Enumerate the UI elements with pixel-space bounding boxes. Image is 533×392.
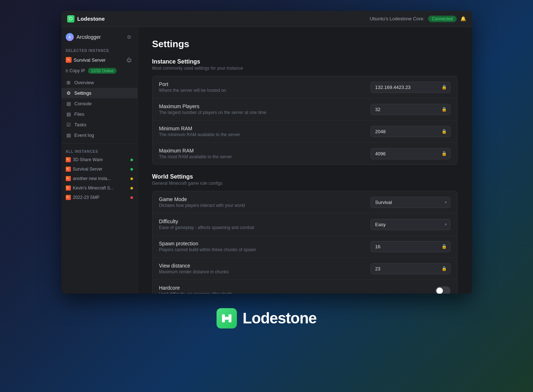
sidebar-item-tasks[interactable]: ☑ Tasks <box>61 119 137 130</box>
max-players-input[interactable] <box>371 104 451 115</box>
setting-row-hardcore: Hardcore Hard difficulty, no respawn aft… <box>153 280 457 294</box>
connected-badge: Connected <box>428 16 456 22</box>
minram-input-wrap: 🔒 <box>371 126 451 137</box>
spawn-protection-input-wrap: 🔒 <box>371 241 451 252</box>
setting-desc: Ease of gameplay - affects spawning and … <box>159 225 371 230</box>
list-item[interactable]: ⛏ Survival Server <box>61 164 137 174</box>
setting-desc: The minimum RAM available to the server <box>159 132 371 137</box>
console-icon: ▤ <box>66 101 72 106</box>
svg-rect-1 <box>229 314 231 322</box>
list-item[interactable]: ⛏ 2022-23 SMP <box>61 193 137 202</box>
spawn-protection-input[interactable] <box>371 241 451 252</box>
setting-row-port: Port Where the server will be hosted on … <box>153 76 457 98</box>
min-ram-input[interactable] <box>371 126 451 137</box>
instance-list-name: Kevin's Minecraft S... <box>73 185 114 191</box>
sidebar-item-files[interactable]: ▤ Files <box>61 109 137 119</box>
instance-list-name: 2022-23 SMP <box>73 195 100 200</box>
max-ram-input[interactable] <box>371 148 451 159</box>
instance-settings-title: Instance Settings <box>152 58 457 65</box>
difficulty-select[interactable]: Peaceful Easy Normal Hard <box>371 219 451 230</box>
setting-desc: Dictates how players interact with your … <box>159 203 371 208</box>
difficulty-select-wrap: Peaceful Easy Normal Hard ▾ <box>371 219 451 230</box>
world-settings-desc: General Minecraft game rule configs <box>152 181 457 186</box>
setting-row-gamemode: Game Mode Dictates how players interact … <box>153 191 457 213</box>
inst-icon: ⛏ <box>66 185 71 191</box>
view-distance-input-wrap: 🔒 <box>371 263 451 274</box>
gamemode-select[interactable]: Survival Creative Adventure Spectator <box>371 197 451 208</box>
list-item[interactable]: ⛏ 3D Share Ware <box>61 155 137 164</box>
setting-left: Port Where the server will be hosted on <box>159 81 371 93</box>
setting-left: Hardcore Hard difficulty, no respawn aft… <box>159 285 435 294</box>
instance-list-name: another new insta... <box>73 176 111 181</box>
port-input[interactable] <box>371 82 451 93</box>
sidebar-divider <box>61 143 137 144</box>
world-settings-title: World Settings <box>152 173 457 180</box>
instance-list-name: 3D Share Ware <box>73 157 103 162</box>
list-item[interactable]: ⛏ another new insta... <box>61 174 137 183</box>
status-dot-yellow <box>130 177 133 180</box>
view-distance-input[interactable] <box>371 263 451 274</box>
instance-left: ⛏ Survival Server <box>66 167 102 172</box>
setting-name: Minimum RAM <box>159 126 371 131</box>
setting-name: Maximum Players <box>159 103 371 109</box>
files-icon: ▤ <box>66 111 72 117</box>
svg-rect-0 <box>222 314 225 322</box>
tasks-icon: ☑ <box>66 122 72 127</box>
setting-left: Difficulty Ease of gameplay - affects sp… <box>159 219 371 230</box>
avatar: A <box>66 33 74 41</box>
online-badge: 12/32 Online <box>88 68 116 74</box>
header-right: Ubuntu's Lodestone Core: Connected 🔔 <box>370 16 466 22</box>
header: ⬡ Lodestone Ubuntu's Lodestone Core: Con… <box>61 11 472 27</box>
copy-ip-button[interactable]: ⎘ Copy IP <box>66 68 85 73</box>
nav-label-settings: Settings <box>74 90 92 96</box>
setting-name: Difficulty <box>159 219 371 224</box>
setting-desc: Where the server will be hosted on <box>159 88 371 93</box>
toggle-slider <box>435 286 451 294</box>
status-dot-green <box>130 168 133 171</box>
instance-settings-card: Port Where the server will be hosted on … <box>152 76 457 165</box>
core-label: Ubuntu's Lodestone Core: <box>370 16 425 21</box>
sidebar: A Arcslogger ⚙ SELECTED INSTANCE ⛏ Survi… <box>61 27 138 294</box>
setting-name: Spawn protection <box>159 241 371 246</box>
sidebar-user-row: A Arcslogger ⚙ <box>61 31 137 46</box>
app-title: Lodestone <box>77 16 105 22</box>
setting-name: Game Mode <box>159 196 371 202</box>
user-settings-button[interactable]: ⚙ <box>125 33 133 41</box>
instance-list-name: Survival Server <box>73 167 102 172</box>
sidebar-item-eventlog[interactable]: ▤ Event log <box>61 130 137 140</box>
setting-row-max-players: Maximum Players The largest number of pl… <box>153 98 457 121</box>
footer-logo-icon <box>217 308 237 328</box>
inst-icon: ⛏ <box>66 195 71 200</box>
setting-left: Minimum RAM The minimum RAM available to… <box>159 126 371 137</box>
setting-desc: Maximum render distance in chunks <box>159 269 371 274</box>
port-input-wrap: 🔒 <box>371 82 451 93</box>
instance-settings-desc: Most commonly used settings for your ins… <box>152 66 457 71</box>
setting-name: Port <box>159 81 371 87</box>
setting-row-min-ram: Minimum RAM The minimum RAM available to… <box>153 121 457 143</box>
maxplayers-input-wrap: 🔒 <box>371 104 451 115</box>
sidebar-item-overview[interactable]: ⊞ Overview <box>61 77 137 88</box>
user-info: A Arcslogger <box>66 33 101 41</box>
copy-ip-row: ⎘ Copy IP 12/32 Online <box>61 66 137 77</box>
setting-left: View distance Maximum render distance in… <box>159 263 371 274</box>
nav-label-eventlog: Event log <box>74 132 94 138</box>
notification-icon[interactable]: 🔔 <box>460 16 466 21</box>
instance-icon: ⛏ <box>66 57 72 63</box>
hardcore-toggle[interactable] <box>435 286 451 294</box>
power-button[interactable]: ⏻ <box>125 56 133 64</box>
selected-instance-label: SELECTED INSTANCE <box>61 46 137 54</box>
copy-icon: ⎘ <box>66 69 68 73</box>
setting-left: Spawn protection Players cannot build wi… <box>159 241 371 252</box>
status-dot-yellow <box>130 187 133 189</box>
settings-icon: ⚙ <box>66 90 72 96</box>
overview-icon: ⊞ <box>66 80 72 85</box>
content-area: Settings Instance Settings Most commonly… <box>138 27 472 294</box>
sidebar-item-console[interactable]: ▤ Console <box>61 98 137 109</box>
sidebar-item-settings[interactable]: ⚙ Settings <box>61 88 137 98</box>
list-item[interactable]: ⛏ Kevin's Minecraft S... <box>61 183 137 193</box>
setting-name: Maximum RAM <box>159 148 371 154</box>
nav-label-tasks: Tasks <box>74 122 86 127</box>
all-instances-label: ALL INSTANCES <box>61 147 137 155</box>
nav-label-console: Console <box>74 101 92 106</box>
setting-left: Maximum Players The largest number of pl… <box>159 103 371 115</box>
